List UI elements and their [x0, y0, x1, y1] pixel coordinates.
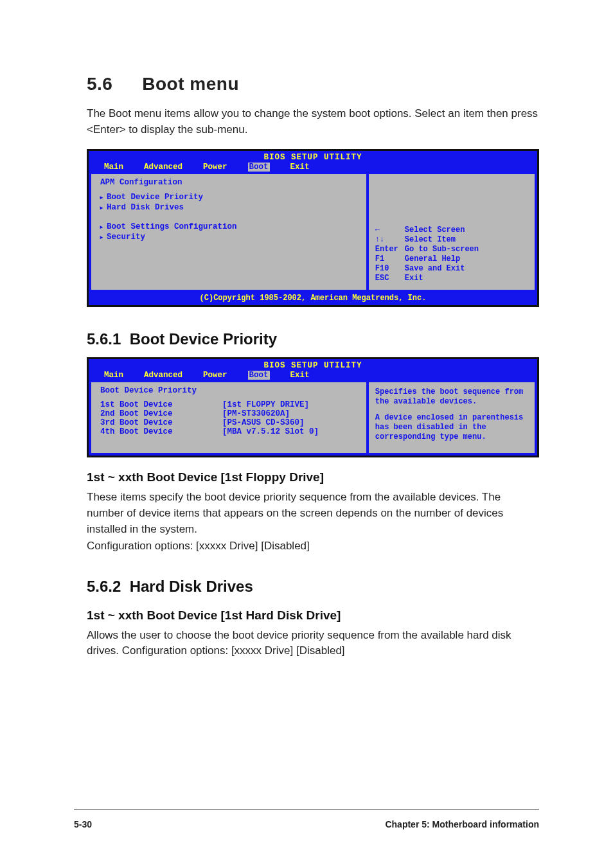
bios-item-hdd: Hard Disk Drives	[107, 203, 184, 212]
submenu-arrow-icon: ▸	[96, 222, 107, 232]
bios-tab-power: Power	[203, 163, 227, 172]
option-heading-1: 1st ~ xxth Boot Device [1st Floppy Drive…	[87, 470, 539, 484]
bios-item-boot-priority: Boot Device Priority	[107, 193, 203, 202]
bios-right-panel: ←Select Screen ↑↓Select Item EnterGo to …	[369, 174, 535, 290]
boot-device-row: 3rd Boot Device[PS-ASUS CD-S360]	[96, 418, 361, 427]
bios-tab-boot: Boot	[248, 163, 270, 172]
bios-screenshot-1: BIOS SETUP UTILITY Main Advanced Power B…	[87, 149, 539, 307]
bios-tab-main: Main	[104, 371, 123, 380]
submenu-arrow-icon: ▸	[96, 202, 107, 213]
intro-paragraph: The Boot menu items allow you to change …	[87, 106, 539, 137]
subsection-heading-562: 5.6.2 Hard Disk Drives	[87, 578, 539, 596]
bios-tab-exit: Exit	[290, 163, 310, 172]
subsection-title: Boot Device Priority	[130, 330, 277, 348]
bios-tab-boot: Boot	[248, 371, 270, 380]
bios-copyright: (C)Copyright 1985-2002, American Megatre…	[89, 292, 537, 305]
bios-left-panel: Boot Device Priority 1st Boot Device[1st…	[91, 382, 366, 453]
option-heading-2: 1st ~ xxth Boot Device [1st Hard Disk Dr…	[87, 608, 539, 623]
boot-device-row: 2nd Boot Device[PM-ST330620A]	[96, 409, 361, 418]
bios-tab-main: Main	[104, 163, 123, 172]
bios-screenshot-2: BIOS SETUP UTILITY Main Advanced Power B…	[87, 357, 539, 457]
subsection-heading-561: 5.6.1 Boot Device Priority	[87, 330, 539, 348]
submenu-arrow-icon: ▸	[96, 192, 107, 202]
bios-help-text: Specifies the boot sequence from the ava…	[375, 387, 529, 407]
page-footer: 5-30 Chapter 5: Motherboard information	[74, 819, 539, 829]
subsection-title: Hard Disk Drives	[130, 578, 253, 595]
section-number: 5.6	[87, 74, 137, 94]
footer-rule	[74, 810, 539, 810]
subsection-number: 5.6.2	[87, 578, 125, 596]
page-number: 5-30	[74, 819, 92, 829]
option-paragraph-1: These items specify the boot device prio…	[87, 490, 539, 537]
bios-right-panel: Specifies the boot sequence from the ava…	[369, 382, 535, 453]
chapter-label: Chapter 5: Motherboard information	[385, 819, 539, 829]
section-heading: 5.6 Boot menu	[87, 74, 539, 94]
option-paragraph-2: Allows the user to choose the boot devic…	[87, 628, 539, 659]
bios-left-heading: Boot Device Priority	[96, 386, 361, 395]
boot-device-row: 1st Boot Device[1st FLOPPY DRIVE]	[96, 400, 361, 409]
boot-device-row: 4th Boot Device[MBA v7.5.12 Slot 0]	[96, 427, 361, 436]
bios-menu-bar: Main Advanced Power Boot Exit	[89, 370, 537, 382]
bios-left-heading: APM Configuration	[96, 178, 361, 187]
option-config-1: Configuration options: [xxxxx Drive] [Di…	[87, 538, 539, 554]
bios-key-help: ←Select Screen ↑↓Select Item EnterGo to …	[375, 226, 529, 283]
bios-title: BIOS SETUP UTILITY	[89, 359, 537, 370]
bios-title: BIOS SETUP UTILITY	[89, 151, 537, 162]
bios-tab-power: Power	[203, 371, 227, 380]
section-title-text: Boot menu	[142, 74, 239, 94]
bios-left-panel: APM Configuration ▸Boot Device Priority …	[91, 174, 366, 290]
bios-help-text: A device enclosed in parenthesis has bee…	[375, 413, 529, 442]
bios-item-security: Security	[107, 233, 145, 242]
bios-tab-advanced: Advanced	[144, 371, 182, 380]
subsection-number: 5.6.1	[87, 330, 125, 348]
submenu-arrow-icon: ▸	[96, 232, 107, 242]
bios-tab-advanced: Advanced	[144, 163, 182, 172]
bios-menu-bar: Main Advanced Power Boot Exit	[89, 162, 537, 174]
bios-tab-exit: Exit	[290, 371, 310, 380]
bios-item-boot-settings: Boot Settings Configuration	[107, 222, 237, 231]
